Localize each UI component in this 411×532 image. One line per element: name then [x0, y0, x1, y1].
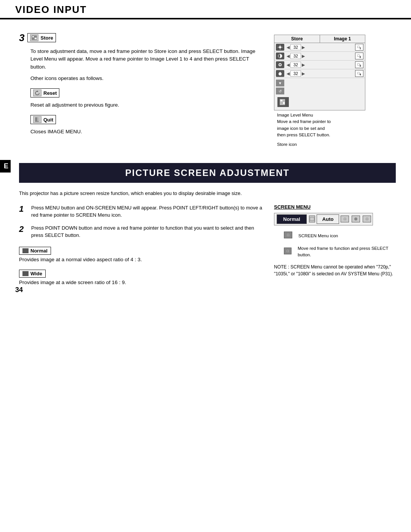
svg-rect-2	[35, 38, 37, 39]
move-red-frame-text: Move red frame to function and press SEL…	[298, 245, 393, 259]
contrast-icon	[276, 53, 284, 59]
store-icon-area: Store icon	[274, 140, 396, 148]
svg-point-21	[354, 217, 357, 220]
psa-step2-num: 2	[19, 224, 28, 239]
screen-menu-icon-label: SCREEN Menu icon	[298, 233, 338, 239]
image-icon-3: □3	[355, 61, 363, 68]
store-description: To store adjustment data, move a red fra…	[30, 48, 263, 71]
store-large-icon	[277, 97, 289, 107]
store-icon-label: Store	[27, 33, 56, 42]
panel-row-4: ◀ 32 ▶ □4	[274, 69, 365, 78]
panel-value-1: 32	[290, 44, 301, 50]
psa-step2-text: Press POINT DOWN button and move a red f…	[31, 224, 263, 239]
svg-rect-17	[280, 100, 282, 101]
quit-description: Closes IMAGE MENU.	[30, 128, 263, 136]
quit-icon	[33, 116, 41, 123]
screen-small-icon-2: □	[284, 248, 292, 254]
normal-icon	[22, 248, 29, 253]
psa-right: SCREEN MENU Normal Auto □	[274, 204, 396, 291]
panel-value-group-1: ◀ 32 ▶	[286, 44, 353, 50]
left-arrow-4[interactable]: ◀	[286, 71, 290, 76]
smr-icons-group: □ □	[341, 216, 373, 222]
down-arrow-icon: ▼	[276, 80, 284, 86]
quit-icon-label: Quit	[30, 115, 56, 124]
panel-bottom-row-1: ▼	[276, 80, 363, 86]
normal-option-area: Normal Provides image at a normal video …	[19, 244, 263, 264]
panel-row-2: ◀ 32 ▶ □2	[274, 52, 365, 61]
right-arrow-1[interactable]: ▶	[301, 45, 306, 50]
panel-bottom-row-3	[276, 96, 363, 109]
wide-option-area: Wide Provides image at a wide screen rat…	[19, 267, 263, 286]
image-icon-1: □1	[355, 44, 363, 51]
section-left: 3 Store To store adjustment data, move a…	[19, 31, 263, 148]
svg-marker-3	[36, 91, 38, 92]
reset-description: Reset all adjustment to previous figure.	[30, 101, 263, 109]
svg-rect-1	[32, 36, 34, 37]
svg-point-13	[279, 64, 281, 66]
smr-icon-3	[352, 216, 360, 222]
wide-label: Wide	[30, 271, 42, 276]
screen-icon-row-1: □ SCREEN Menu icon	[282, 230, 396, 240]
right-arrow-4[interactable]: ▶	[301, 71, 306, 76]
auto-option: Auto	[317, 214, 339, 224]
panel-bottom-icons: ▼ ↺	[274, 78, 365, 110]
normal-label: Normal	[30, 248, 48, 254]
wide-button: Wide	[19, 270, 46, 278]
panel-row-3: ◀ 32 ▶ □3	[274, 61, 365, 69]
wide-desc: Provides image at a wide screen ratio of…	[19, 279, 263, 286]
psa-section: PICTURE SCREEN ADJUSTMENT This projector…	[19, 163, 396, 290]
panel-value-group-4: ◀ 32 ▶	[286, 70, 353, 77]
right-arrow-2[interactable]: ▶	[301, 54, 306, 59]
panel-value-2: 32	[290, 53, 301, 59]
video-input-section: 3 Store To store adjustment data, move a…	[19, 31, 396, 148]
psa-left: 1 Press MENU button and ON-SCREEN MENU w…	[19, 204, 263, 291]
normal-desc: Provides image at a normal video aspect …	[19, 256, 263, 264]
page-title: VIDEO INPUT	[15, 4, 396, 16]
psa-step1: 1 Press MENU button and ON-SCREEN MENU w…	[19, 204, 263, 219]
screen-menu-title: SCREEN MENU	[274, 204, 396, 210]
smr-icon-4: □	[363, 216, 371, 222]
psa-step1-num: 1	[19, 204, 28, 219]
svg-rect-20	[310, 217, 314, 220]
panel-value-group-2: ◀ 32 ▶	[286, 53, 353, 59]
main-content: 3 Store To store adjustment data, move a…	[0, 19, 411, 302]
store-icon-annotation: Store icon	[277, 141, 297, 148]
panel-header-image: Image 1	[320, 35, 365, 43]
svg-rect-5	[37, 117, 39, 121]
psa-step2: 2 Press POINT DOWN button and move a red…	[19, 224, 263, 239]
svg-point-6	[279, 46, 281, 48]
tint-icon	[276, 70, 284, 77]
image-level-panel: Store Image 1 ◀ 32 ▶ □1	[274, 35, 365, 110]
panel-value-4: 32	[290, 70, 301, 77]
svg-marker-15	[279, 72, 281, 73]
other-icons-text: Other icons operates as follows.	[30, 75, 263, 82]
smr-icon-2: □	[341, 216, 349, 222]
page-number: 34	[15, 286, 23, 294]
smr-icon-1	[309, 216, 315, 222]
right-arrow-3[interactable]: ▶	[301, 62, 306, 67]
panel-value-3: 32	[290, 62, 301, 68]
panel-bottom-row-2: ↺	[276, 88, 363, 94]
screen-icon-row-2: □ Move red frame to function and press S…	[282, 243, 396, 260]
left-arrow-1[interactable]: ◀	[286, 45, 290, 50]
psa-body: 1 Press MENU button and ON-SCREEN MENU w…	[19, 204, 396, 291]
step3-content: To store adjustment data, move a red fra…	[30, 48, 263, 136]
left-arrow-3[interactable]: ◀	[286, 62, 290, 67]
psa-intro: This projector has a picture screen resi…	[19, 190, 396, 197]
normal-button: Normal	[19, 247, 51, 255]
panel-row-1: ◀ 32 ▶ □1	[274, 43, 365, 52]
psa-title: PICTURE SCREEN ADJUSTMENT	[19, 163, 396, 183]
quit-label: Quit	[43, 117, 53, 123]
panel-header-row: Store Image 1	[274, 35, 365, 43]
reset-bottom-icon: ↺	[276, 88, 284, 94]
psa-step1-text: Press MENU button and ON-SCREEN MENU wil…	[31, 204, 263, 219]
image-level-panel-area: Store Image 1 ◀ 32 ▶ □1	[274, 31, 396, 148]
note-text: NOTE : SCREEN Menu cannot be operated wh…	[274, 264, 396, 277]
color-icon	[276, 61, 284, 68]
panel-annotation: Image Level Menu Move a red frame pointe…	[277, 112, 396, 138]
reset-label: Reset	[43, 90, 57, 96]
left-arrow-2[interactable]: ◀	[286, 54, 290, 59]
panel-value-group-3: ◀ 32 ▶	[286, 62, 353, 68]
page-header: VIDEO INPUT	[0, 0, 411, 19]
image-icon-4: □4	[355, 70, 363, 77]
